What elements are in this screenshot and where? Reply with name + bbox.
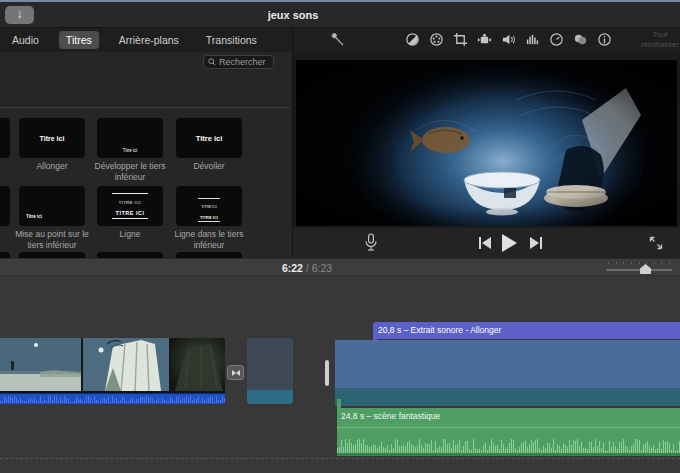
search-field[interactable]: Rechercher [203,55,274,69]
voiceover-mic-icon[interactable] [364,233,378,252]
connected-audio-clip[interactable]: 20,8 s – Extrait sonore - Allonger [373,322,680,339]
video-preview [296,60,677,226]
audio-clip-label: 24,8 s – scène fantastique [341,411,440,421]
window-titlebar: ↓ jeux sons [0,2,680,28]
clip-edge-handle[interactable] [325,360,329,386]
title-card-label: Allonger [7,161,97,172]
viewer-adjust-toolbar: Tout réinitialiser [293,28,680,52]
tab-arriere-plans[interactable]: Arrière-plans [112,31,186,49]
next-frame-button[interactable] [529,237,543,249]
thumbnail-iceberg-scene [83,338,171,391]
search-placeholder: Rechercher [219,57,266,67]
tab-titres[interactable]: Titres [59,31,99,49]
color-balance-icon[interactable] [405,32,420,47]
title-card-label: Développer le tiers inférieur [85,161,175,182]
stabilization-camera-icon[interactable] [477,32,492,47]
title-card-label: Ligne dans le tiers inférieur [164,229,254,250]
reset-all-button[interactable]: Tout réinitialiser [636,30,680,50]
timeline: 20,8 s – Extrait sonore - Allonger [0,276,680,473]
section-divider [0,107,290,108]
title-card-ligne[interactable]: TITRE ICI TITRE ICI Ligne [85,186,175,240]
audio-clip-divider [337,427,680,428]
tab-audio[interactable]: Audio [5,31,46,49]
title-card-devoiler[interactable]: Titre ici Dévoiler [164,118,254,172]
slider-thumb[interactable] [640,264,651,274]
video-clip-right[interactable] [335,340,680,406]
filmstrip-thumbnails [0,338,225,391]
playback-controls-bar [293,228,680,258]
expand-fullscreen-icon[interactable] [649,236,663,250]
viewer-panel [293,52,680,258]
title-preview-text: TITRE ICI TITRE ICI [198,198,220,222]
clip-filter-icon[interactable] [573,32,588,47]
transition-bowtie-icon[interactable] [227,365,244,380]
download-icon: ↓ [17,7,23,21]
enhance-wand-icon[interactable] [331,32,346,47]
title-card-allonger[interactable]: Titre ici Allonger [7,118,97,172]
tab-transitions[interactable]: Transitions [199,31,264,49]
download-button[interactable]: ↓ [5,6,34,24]
title-card-label: Ligne [85,229,175,240]
audio-waveform [337,438,680,453]
title-card-label: Mise au point sur le tiers inférieur [7,229,97,250]
timeline-zoom-slider[interactable] [606,261,672,275]
title-preview-text: Titre ici [97,148,163,153]
title-preview-text: TITRE ICI TITRE ICI [112,193,148,219]
info-icon[interactable] [597,32,612,47]
thumbnail-shore-scene [0,338,83,391]
time-display: 6:22 / 6:23 [282,262,332,274]
slider-track [606,269,672,271]
speed-icon[interactable] [549,32,564,47]
slider-ticks [608,262,670,264]
video-clip-left[interactable] [0,338,225,404]
title-preview-text: Titre ici [176,134,242,143]
audio-clip-bottom-edge [337,453,680,456]
title-card-mise-au-point[interactable]: Titre ici Mise au point sur le tiers inf… [7,186,97,250]
background-audio-clip[interactable]: 24,8 s – scène fantastique [337,408,680,456]
title-preview-text: Titre ici [26,214,42,219]
color-wheel-icon[interactable] [429,32,444,47]
title-card-developper-tiers-inferieur[interactable]: Titre ici Développer le tiers inférieur [85,118,175,182]
video-clip-audio-strip [0,393,225,404]
previous-frame-button[interactable] [478,237,492,249]
titles-browser: Rechercher Titre ici Allonger Titre ici … [0,52,292,258]
audio-waveform [0,395,225,403]
title-preview-text: Titre ici [19,135,85,142]
imovie-window: ↓ jeux sons Audio Titres Arrière-plans T… [0,0,680,473]
search-icon [208,58,216,66]
crop-icon[interactable] [453,32,468,47]
current-time: 6:22 [282,262,303,274]
noise-reduction-eq-icon[interactable] [525,32,540,47]
play-button[interactable] [501,234,517,252]
thumbnail-dark-rock-scene [171,338,225,391]
title-card-label: Dévoiler [164,161,254,172]
clip-placeholder-middle[interactable] [247,338,293,404]
preview-frame-art [296,60,677,226]
timeline-dashed-guide [0,458,680,459]
total-time: 6:23 [312,262,332,274]
title-card-ligne-tiers-inferieur[interactable]: TITRE ICI TITRE ICI Ligne dans le tiers … [164,186,254,250]
volume-icon[interactable] [501,32,516,47]
window-title: jeux sons [268,9,319,21]
transport-bar: 6:22 / 6:23 [0,258,680,276]
